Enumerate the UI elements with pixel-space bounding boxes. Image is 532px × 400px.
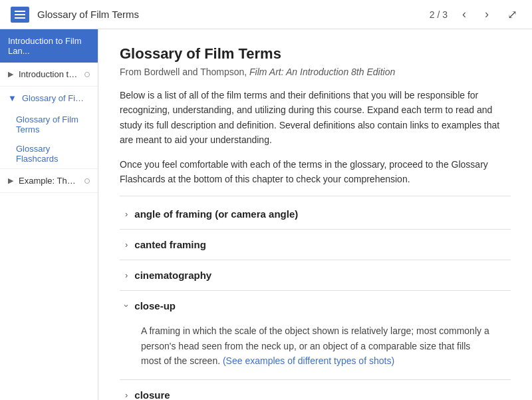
sidebar-item-label: Example: The Hor... <box>19 176 79 186</box>
page-info: 2 / 3 <box>430 9 448 20</box>
sidebar-active-item[interactable]: Introduction to Film Lan... <box>0 29 98 63</box>
chevron-down-icon: › <box>122 305 132 307</box>
accordion-label: cinematography <box>134 270 211 281</box>
nav-left: Glossary of Film Terms <box>11 7 139 23</box>
subtitle-book: Film Art: An Introduction 8th Edition <box>249 67 395 77</box>
sidebar-section-1: ▶ Introduction to Te... <box>0 63 98 87</box>
subtitle-prefix: From Bordwell and Thompson, <box>120 67 249 77</box>
status-dot <box>84 72 90 77</box>
arrow-icon: ▶ <box>8 70 13 79</box>
chevron-right-icon: › <box>125 240 128 250</box>
accordion-label: close-up <box>134 300 176 311</box>
arrow-icon: ▶ <box>8 176 13 185</box>
accordion-header[interactable]: ›canted framing <box>120 230 511 260</box>
top-nav: Glossary of Film Terms 2 / 3 ‹ › ⤢ <box>0 0 532 29</box>
hamburger-button[interactable] <box>11 7 29 23</box>
accordion-item: ›cinematography <box>120 260 511 291</box>
sidebar-section-2: ▼ Glossary of Film T... Glossary of Film… <box>0 87 98 169</box>
sidebar-item-intro-te[interactable]: ▶ Introduction to Te... <box>0 63 98 86</box>
content-divider <box>120 196 511 196</box>
sidebar-item-label: Glossary of Film T... <box>22 93 84 103</box>
prev-button[interactable]: ‹ <box>458 5 470 24</box>
accordion-header[interactable]: ›closure <box>120 380 511 400</box>
sidebar-sub-glossary-terms[interactable]: Glossary of Film Terms <box>0 110 98 139</box>
chevron-right-icon: › <box>125 390 128 400</box>
sidebar-item-glossary[interactable]: ▼ Glossary of Film T... <box>0 87 98 110</box>
sidebar: Introduction to Film Lan... ▶ Introducti… <box>0 29 98 400</box>
accordion-item: ›close-upA framing in which the scale of… <box>120 291 511 379</box>
accordion-header[interactable]: ›angle of framing (or camera angle) <box>120 199 511 229</box>
content-title: Glossary of Film Terms <box>120 45 511 63</box>
accordion-header[interactable]: ›close-up <box>120 291 511 321</box>
accordion-container: ›angle of framing (or camera angle)›cant… <box>120 199 511 400</box>
accordion-label: closure <box>134 389 170 400</box>
accordion-label: canted framing <box>134 239 206 250</box>
accordion-body: A framing in which the scale of the obje… <box>120 321 511 379</box>
sidebar-sub-glossary-flashcards[interactable]: Glossary Flashcards <box>0 139 98 168</box>
accordion-link[interactable]: (See examples of different types of shot… <box>223 355 394 366</box>
content-area: Glossary of Film Terms From Bordwell and… <box>98 29 532 400</box>
content-body-1: Below is a list of all of the film terms… <box>120 88 511 148</box>
sidebar-item-label: Introduction to Te... <box>19 69 79 79</box>
chevron-right-icon: › <box>125 270 128 280</box>
sidebar-item-example[interactable]: ▶ Example: The Hor... <box>0 169 98 192</box>
expand-button[interactable]: ⤢ <box>503 5 521 25</box>
accordion-item: ›canted framing <box>120 230 511 260</box>
next-button[interactable]: › <box>481 5 493 24</box>
nav-right: 2 / 3 ‹ › ⤢ <box>430 5 521 25</box>
chevron-right-icon: › <box>125 209 128 219</box>
main-layout: Introduction to Film Lan... ▶ Introducti… <box>0 29 532 400</box>
accordion-header[interactable]: ›cinematography <box>120 260 511 290</box>
sidebar-section-3: ▶ Example: The Hor... <box>0 169 98 193</box>
content-subtitle: From Bordwell and Thompson, Film Art: An… <box>120 67 511 77</box>
status-circle <box>84 178 90 184</box>
nav-title: Glossary of Film Terms <box>37 9 139 20</box>
content-body-2: Once you feel comfortable with each of t… <box>120 157 511 187</box>
accordion-label: angle of framing (or camera angle) <box>134 208 298 220</box>
accordion-item: ›angle of framing (or camera angle) <box>120 199 511 230</box>
accordion-item: ›closure <box>120 380 511 400</box>
arrow-down-icon: ▼ <box>8 93 17 103</box>
